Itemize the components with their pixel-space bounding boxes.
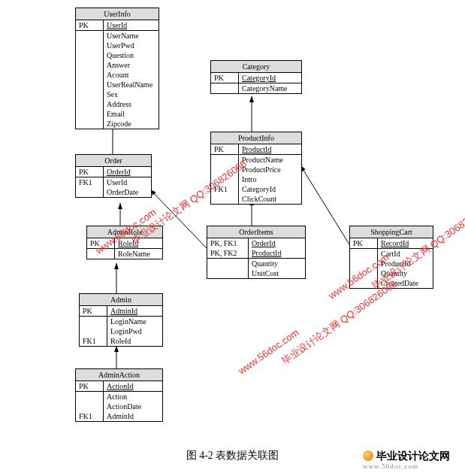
column-name: Answer (104, 60, 159, 70)
column-name: Zipcode (104, 119, 159, 129)
key-type: PK (76, 20, 104, 31)
key-type (76, 80, 104, 89)
logo-subtext: www.56doc.com (363, 462, 450, 470)
column-name: RecordId (378, 238, 433, 249)
key-type (211, 165, 239, 174)
key-type (76, 109, 104, 119)
column-name: ProductId (239, 144, 302, 155)
entity-category: CategoryPKCategoryIdCategoryName (210, 60, 302, 94)
key-type (76, 89, 104, 99)
column-name: ProductPrice (239, 165, 302, 174)
key-type (350, 268, 378, 278)
entity-title: ProductInfo (211, 132, 301, 144)
column-name: RoleName (115, 249, 163, 259)
key-type: FK1 (211, 184, 239, 194)
key-type (350, 249, 378, 259)
column-name: CreatedDate (378, 278, 433, 288)
column-name: ProductId (378, 259, 433, 268)
key-type: PK (76, 167, 104, 177)
key-type (76, 392, 104, 402)
column-name: ProductId (249, 248, 306, 259)
entity-title: OrderItems (207, 226, 305, 238)
column-name: Intro (239, 174, 302, 184)
entity-admin: AdminPKAdminIdLoginNameLoginPwdFK1RoleId (79, 293, 163, 347)
column-name: Acount (104, 70, 159, 80)
key-type: FK1 (76, 177, 104, 188)
key-type (76, 60, 104, 70)
column-name: ActionDate (104, 402, 163, 411)
site-logo: 毕业设计论文网 www.56doc.com (363, 450, 450, 470)
entity-title: AdminAction (76, 369, 162, 381)
watermark: www.56doc.com (236, 326, 300, 377)
key-type: PK, FK2 (207, 248, 249, 259)
key-type: FK1 (80, 336, 107, 346)
key-type (76, 99, 104, 109)
entity-adminaction: AdminActionPKActionIdActionActionDateFK1… (75, 368, 163, 422)
entity-title: Order (76, 155, 151, 167)
column-name: AdminId (104, 411, 163, 421)
column-name: Quantity (378, 268, 433, 278)
key-type (207, 268, 249, 278)
column-name: UserRealName (104, 80, 159, 89)
key-type (76, 119, 104, 129)
entity-title: ShoppingCart (350, 226, 433, 238)
watermark: 毕业设计论文网 QQ:306826066 (279, 277, 400, 368)
column-name: RoleId (107, 336, 163, 346)
key-type: PK, FK1 (207, 238, 249, 248)
column-name: CategoryId (239, 73, 302, 83)
entity-productinfo: ProductInfoPKProductIdProductNameProduct… (210, 132, 302, 205)
key-type (211, 174, 239, 184)
column-name: LoginPwd (107, 326, 163, 336)
column-name: OrderId (249, 238, 306, 248)
key-type (76, 70, 104, 80)
entity-adminrole: AdminRolePKRoleIdRoleName (86, 226, 163, 259)
entity-orderitems: OrderItemsPK, FK1OrderIdPK, FK2ProductId… (207, 226, 306, 279)
entity-title: UserInfo (76, 8, 159, 20)
column-name: UserId (104, 177, 152, 188)
column-name: UnitCost (249, 268, 306, 278)
key-type (76, 41, 104, 50)
column-name: UserName (104, 31, 159, 41)
key-type (76, 31, 104, 41)
key-type: PK (211, 73, 239, 83)
key-type: PK (80, 306, 107, 317)
entity-title: AdminRole (87, 226, 162, 238)
key-type: PK (350, 238, 378, 249)
column-name: RoleId (115, 238, 163, 249)
key-type (76, 402, 104, 411)
key-type (211, 155, 239, 165)
key-type (80, 326, 107, 336)
column-name: AdminId (107, 306, 163, 317)
key-type (207, 259, 249, 269)
entity-title: Category (211, 61, 301, 73)
column-name: CartId (378, 249, 433, 259)
svg-line-5 (300, 165, 349, 244)
column-name: Address (104, 99, 159, 109)
key-type (87, 249, 115, 259)
entity-order: OrderPKOrderIdFK1UserIdOrderDate (75, 154, 152, 198)
key-type: PK (211, 144, 239, 155)
column-name: Sex (104, 89, 159, 99)
key-type: FK1 (76, 411, 104, 421)
column-name: CategoryId (239, 184, 302, 194)
key-type (350, 278, 378, 288)
column-name: Action (104, 392, 163, 402)
column-name: Question (104, 50, 159, 60)
key-type (211, 83, 239, 94)
entity-userinfo: UserInfoPKUserIdUserNameUserPwdQuestionA… (75, 8, 159, 129)
column-name: ActionId (104, 381, 163, 392)
key-type (80, 317, 107, 327)
column-name: CategoryName (239, 83, 302, 94)
logo-text: 毕业设计论文网 (376, 450, 450, 462)
column-name: UserPwd (104, 41, 159, 50)
column-name: LoginName (107, 317, 163, 327)
key-type (76, 50, 104, 60)
column-name: ClickCount (239, 194, 302, 204)
column-name: Quantity (249, 259, 306, 269)
entity-title: Admin (80, 294, 162, 306)
column-name: UserId (104, 20, 159, 31)
key-type (211, 194, 239, 204)
column-name: OrderDate (104, 187, 152, 197)
key-type: PK (76, 381, 104, 392)
entity-shoppingcart: ShoppingCartPKRecordIdCartIdProductIdQua… (349, 226, 433, 289)
